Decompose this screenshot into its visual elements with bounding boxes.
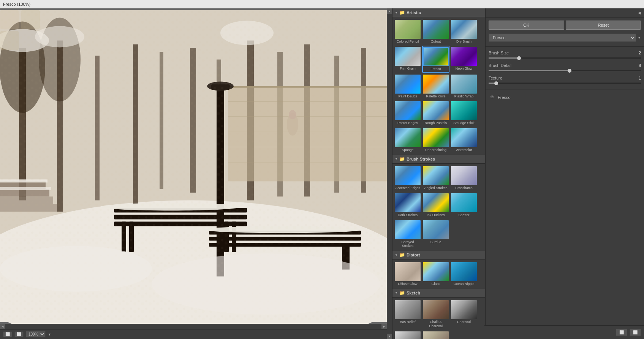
vertical-scroll-track[interactable] bbox=[387, 14, 392, 334]
scroll-right-arrow[interactable]: ► bbox=[381, 324, 387, 329]
filter-section-header-brush-strokes[interactable]: ▼📁Brush Strokes bbox=[392, 155, 485, 164]
svg-rect-57 bbox=[0, 10, 19, 29]
filter-label-palette-knife: Palette Knife bbox=[426, 94, 445, 99]
filter-item-sponge[interactable]: Sponge bbox=[394, 127, 421, 153]
filter-thumb-colored-pencil bbox=[395, 20, 421, 39]
filter-item-colored-pencil[interactable]: Colored Pencil bbox=[394, 19, 421, 45]
filter-item-charcoal[interactable]: Charcoal bbox=[450, 299, 478, 329]
bottom-btn-2[interactable]: ⬜ bbox=[630, 329, 641, 336]
filter-item-watercolor[interactable]: Watercolor bbox=[450, 127, 478, 153]
visibility-eye-icon[interactable]: 👁 bbox=[490, 95, 495, 100]
filter-item-dry-brush[interactable]: Dry Brush bbox=[450, 19, 478, 45]
filter-thumb-paint-daubs bbox=[395, 75, 421, 94]
vertical-scrollbar[interactable]: ▲ ▼ bbox=[387, 8, 392, 339]
param-slider-fill-brush-size bbox=[489, 57, 519, 59]
filter-thumb-accented-edges bbox=[395, 166, 421, 185]
filter-item-palette-knife[interactable]: Palette Knife bbox=[422, 73, 449, 100]
param-slider-thumb-brush-size[interactable] bbox=[517, 56, 521, 60]
filter-thumb-sketch1 bbox=[395, 331, 421, 339]
filter-section-header-distort[interactable]: ▼📁Distort bbox=[392, 251, 485, 259]
filter-label-rough-pastels: Rough Pastels bbox=[425, 121, 447, 125]
folder-icon: 📁 bbox=[399, 252, 405, 258]
filter-label-sprayed-strokes: Sprayed Strokes bbox=[395, 240, 420, 248]
canvas-image[interactable] bbox=[0, 8, 387, 324]
filter-scroll-area[interactable]: ▼📁ArtisticColored PencilCutoutDry BrushF… bbox=[392, 8, 485, 339]
param-value-brush-size: 2 bbox=[639, 51, 641, 55]
filter-thumb-angled-strokes bbox=[423, 166, 449, 185]
folder-icon: 📁 bbox=[399, 156, 405, 162]
filter-item-sprayed-strokes[interactable]: Sprayed Strokes bbox=[394, 219, 421, 250]
zoom-select[interactable]: 100% 50% 200% bbox=[26, 331, 46, 337]
filter-item-poster-edges[interactable]: Poster Edges bbox=[394, 100, 421, 126]
filter-label-ink-outlines: Ink Outlines bbox=[427, 213, 445, 217]
filter-grid-distort: Diffuse GlowGlassOcean Ripple bbox=[392, 259, 485, 289]
filter-item-sumi-e[interactable]: Sumi-e bbox=[422, 219, 449, 250]
collapse-panel-button[interactable]: ◀ bbox=[637, 10, 642, 16]
param-slider-track-texture[interactable] bbox=[489, 83, 641, 84]
filter-item-fresco[interactable]: Fresco bbox=[422, 46, 449, 73]
filter-thumb-film-grain bbox=[395, 47, 421, 66]
filter-item-sketch1[interactable]: ... bbox=[394, 330, 421, 339]
filter-item-film-grain[interactable]: Film Grain bbox=[394, 46, 421, 73]
scroll-left-arrow[interactable]: ◄ bbox=[0, 324, 5, 329]
filter-thumb-chalk-charcoal bbox=[423, 300, 449, 319]
filter-item-ink-outlines[interactable]: Ink Outlines bbox=[422, 192, 449, 218]
param-slider-track-brush-size[interactable] bbox=[489, 57, 641, 59]
filter-select[interactable]: FrescoArtisticBrush StrokesDistortSketch bbox=[489, 33, 636, 42]
filter-item-cutout[interactable]: Cutout bbox=[422, 19, 449, 45]
filter-list-item-fresco[interactable]: 👁 Fresco bbox=[489, 93, 641, 102]
filter-item-sketch2[interactable]: ... bbox=[422, 330, 449, 339]
ok-button[interactable]: OK bbox=[489, 21, 564, 30]
filter-item-dark-strokes[interactable]: Dark Strokes bbox=[394, 192, 421, 218]
svg-point-54 bbox=[152, 254, 380, 315]
canvas-tool-btn-2[interactable]: ⬜ bbox=[14, 331, 24, 337]
section-label: Distort bbox=[407, 253, 420, 257]
filter-label-fresco: Fresco bbox=[430, 67, 441, 71]
filter-item-ocean-ripple[interactable]: Ocean Ripple bbox=[450, 261, 478, 287]
param-slider-track-brush-detail[interactable] bbox=[489, 70, 641, 71]
filter-item-bas-relief[interactable]: Bas Relief bbox=[394, 299, 421, 329]
filter-item-spatter[interactable]: Spatter bbox=[450, 192, 478, 218]
filter-item-rough-pastels[interactable]: Rough Pastels bbox=[422, 100, 449, 126]
filter-item-accented-edges[interactable]: Accented Edges bbox=[394, 165, 421, 191]
svg-point-56 bbox=[289, 110, 296, 119]
param-slider-thumb-brush-detail[interactable] bbox=[568, 69, 571, 73]
filter-thumb-plastic-wrap bbox=[451, 75, 477, 94]
filter-label-smudge-stick: Smudge Stick bbox=[453, 121, 475, 125]
filter-section-header-sketch[interactable]: ▼📁Sketch bbox=[392, 289, 485, 298]
divider-1 bbox=[486, 46, 644, 47]
bottom-btn-1[interactable]: ⬜ bbox=[616, 329, 627, 336]
filter-label-neon-glow: Neon Glow bbox=[456, 67, 473, 71]
filter-item-angled-strokes[interactable]: Angled Strokes bbox=[422, 165, 449, 191]
filter-item-diffuse-glow[interactable]: Diffuse Glow bbox=[394, 261, 421, 287]
filter-item-smudge-stick[interactable]: Smudge Stick bbox=[450, 100, 478, 126]
dropdown-arrow-icon: ▼ bbox=[638, 36, 641, 40]
filter-label-film-grain: Film Grain bbox=[400, 67, 416, 71]
reset-button[interactable]: Reset bbox=[566, 21, 641, 30]
filter-item-underpainting[interactable]: Underpainting bbox=[422, 127, 449, 153]
filter-item-plastic-wrap[interactable]: Plastic Wrap bbox=[450, 73, 478, 100]
horizontal-scroll-track[interactable] bbox=[5, 324, 381, 329]
scroll-up-arrow[interactable]: ▲ bbox=[387, 8, 392, 14]
filter-item-neon-glow[interactable]: Neon Glow bbox=[450, 46, 478, 73]
filter-label-colored-pencil: Colored Pencil bbox=[397, 40, 419, 44]
zoom-dropdown-arrow: ▼ bbox=[48, 333, 51, 336]
scroll-down-arrow[interactable]: ▼ bbox=[387, 334, 392, 339]
filter-item-paint-daubs[interactable]: Paint Daubs bbox=[394, 73, 421, 100]
param-slider-thumb-texture[interactable] bbox=[494, 81, 498, 85]
filter-label-cutout: Cutout bbox=[431, 40, 441, 44]
horizontal-scrollbar[interactable]: ◄ ► bbox=[0, 324, 387, 329]
filter-thumb-rough-pastels bbox=[423, 101, 449, 120]
filter-item-chalk-charcoal[interactable]: Chalk & Charcoal bbox=[422, 299, 449, 329]
filter-section-header-artistic[interactable]: ▼📁Artistic bbox=[392, 8, 485, 17]
filter-thumb-ink-outlines bbox=[423, 193, 449, 212]
filter-item-crosshatch[interactable]: Crosshatch bbox=[450, 165, 478, 191]
filter-thumb-watercolor bbox=[451, 128, 477, 147]
section-triangle-icon: ▼ bbox=[395, 253, 398, 257]
canvas-tool-btn-1[interactable]: ⬜ bbox=[3, 331, 12, 337]
filter-label-poster-edges: Poster Edges bbox=[397, 121, 418, 125]
filter-item-glass[interactable]: Glass bbox=[422, 261, 449, 287]
param-value-texture: 1 bbox=[639, 76, 641, 80]
filter-thumb-charcoal bbox=[451, 300, 477, 319]
param-row-texture: Texture1 bbox=[489, 76, 641, 85]
